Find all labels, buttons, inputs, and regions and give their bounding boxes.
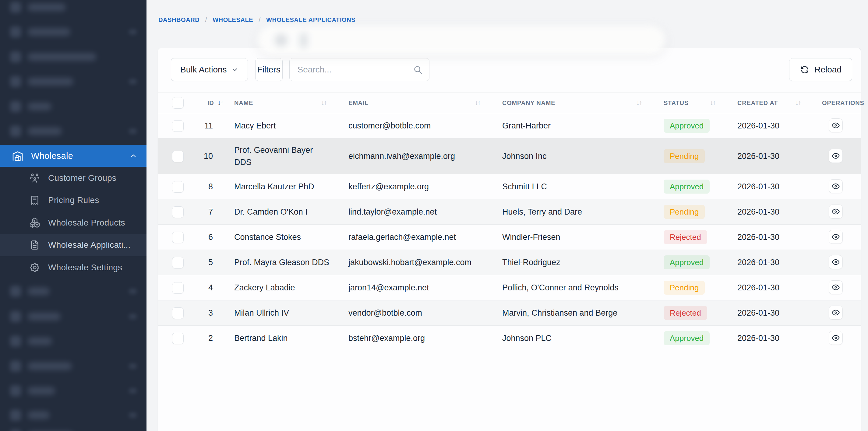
sidebar-item-wholesale-products[interactable]: Wholesale Products	[0, 211, 147, 234]
view-button[interactable]	[829, 179, 843, 193]
sort-icons: ↓↑	[795, 99, 801, 107]
sidebar-item-redacted[interactable]	[0, 425, 147, 431]
global-search-ghost-blur	[257, 26, 665, 55]
applications-table: ID↓↑ NAME↓↑ EMAIL↓↑ COMPANY NAME↓↑ STATU…	[158, 93, 861, 351]
breadcrumb-wholesale[interactable]: WHOLESALE	[213, 16, 253, 24]
status-badge: Approved	[664, 331, 710, 345]
sidebar-item-wholesale-settings[interactable]: Wholesale Settings	[0, 256, 147, 279]
blurred-label	[28, 337, 52, 345]
cell-id: 7	[195, 199, 221, 225]
table-row: 3 Milan Ullrich IV vendor@botble.com Mar…	[158, 300, 861, 326]
bulk-actions-button[interactable]: Bulk Actions	[171, 58, 248, 81]
blurred-label	[28, 53, 96, 61]
sidebar-item-redacted[interactable]	[0, 96, 147, 117]
row-checkbox[interactable]	[172, 151, 184, 162]
row-checkbox[interactable]	[172, 181, 184, 193]
chevron-right-icon	[129, 79, 137, 84]
breadcrumb-dashboard[interactable]: DASHBOARD	[158, 16, 199, 24]
column-header-created-at[interactable]: CREATED AT↓↑	[724, 93, 810, 113]
view-button[interactable]	[829, 149, 843, 163]
eye-icon	[832, 283, 840, 292]
view-button[interactable]	[829, 331, 843, 345]
sidebar-item-label: Wholesale Settings	[48, 263, 122, 272]
table-row: 2 Bertrand Lakin bstehr@example.org John…	[158, 326, 861, 351]
row-checkbox[interactable]	[172, 307, 184, 319]
sidebar-item-label: Wholesale Applicati...	[48, 240, 131, 250]
blurred-label	[28, 312, 61, 321]
sidebar-item-redacted[interactable]	[0, 380, 147, 401]
column-header-name[interactable]: NAME↓↑	[221, 93, 336, 113]
select-all-checkbox[interactable]	[172, 97, 184, 109]
row-checkbox[interactable]	[172, 333, 184, 344]
view-button[interactable]	[829, 204, 843, 219]
sidebar-item-wholesale-applications[interactable]: Wholesale Applicati...	[0, 234, 147, 257]
sidebar-item-redacted[interactable]	[0, 306, 147, 327]
status-badge: Pending	[664, 205, 705, 219]
reload-button[interactable]: Reload	[789, 58, 852, 81]
sidebar-item-label: Wholesale	[31, 151, 73, 161]
view-button[interactable]	[829, 230, 843, 244]
cell-company: Johnson PLC	[490, 326, 651, 351]
row-checkbox[interactable]	[172, 120, 184, 132]
chevron-right-icon	[129, 30, 137, 34]
blurred-icon	[10, 101, 21, 112]
column-header-company[interactable]: COMPANY NAME↓↑	[490, 93, 651, 113]
sidebar-item-label: Pricing Rules	[48, 195, 99, 205]
view-button[interactable]	[829, 119, 843, 132]
sidebar-item-redacted[interactable]	[0, 0, 147, 18]
status-badge: Approved	[664, 179, 710, 194]
sidebar-item-redacted[interactable]	[0, 21, 147, 43]
cell-name: Bertrand Lakin	[221, 326, 336, 351]
sidebar-item-wholesale[interactable]: Wholesale	[0, 145, 147, 167]
row-checkbox[interactable]	[172, 232, 184, 243]
bulk-actions-label: Bulk Actions	[180, 65, 227, 74]
blurred-icon	[10, 410, 21, 421]
eye-icon	[832, 152, 840, 160]
filters-button[interactable]: Filters	[255, 58, 283, 81]
cell-email: lind.taylor@example.net	[336, 199, 490, 225]
status-badge: Approved	[664, 119, 710, 133]
column-header-id[interactable]: ID↓↑	[195, 93, 221, 113]
row-checkbox[interactable]	[172, 257, 184, 268]
cell-email: rafaela.gerlach@example.net	[336, 225, 490, 250]
cell-id: 5	[195, 250, 221, 275]
sidebar-item-pricing-rules[interactable]: Pricing Rules	[0, 189, 147, 212]
blurred-label	[28, 3, 66, 11]
blurred-icon	[10, 76, 21, 87]
row-checkbox[interactable]	[172, 206, 184, 218]
column-header-email[interactable]: EMAIL↓↑	[336, 93, 490, 113]
view-button[interactable]	[829, 255, 843, 269]
blurred-blob	[299, 33, 308, 48]
cell-email: eichmann.ivah@example.org	[336, 138, 490, 174]
sidebar-item-redacted[interactable]	[0, 46, 147, 68]
view-button[interactable]	[829, 306, 843, 320]
table-row: 10 Prof. Geovanni Bayer DDS eichmann.iva…	[158, 138, 861, 174]
sidebar-item-redacted[interactable]	[0, 280, 147, 302]
sidebar-item-customer-groups[interactable]: Customer Groups	[0, 167, 147, 189]
cell-created-at: 2026-01-30	[724, 326, 810, 351]
sidebar-item-redacted[interactable]	[0, 121, 147, 142]
blurred-label	[28, 78, 73, 86]
blurred-icon	[10, 126, 21, 137]
column-header-status[interactable]: STATUS↓↑	[651, 93, 724, 113]
packages-icon	[29, 217, 40, 228]
refresh-icon	[800, 65, 809, 74]
table-row: 6 Constance Stokes rafaela.gerlach@examp…	[158, 225, 861, 250]
cell-name: Prof. Mayra Gleason DDS	[221, 250, 336, 275]
sidebar-item-redacted[interactable]	[0, 356, 147, 377]
sidebar-item-redacted[interactable]	[0, 331, 147, 352]
chevron-right-icon	[129, 314, 137, 319]
cell-id: 4	[195, 275, 221, 300]
breadcrumb-current: WHOLESALE APPLICATIONS	[266, 16, 355, 24]
search-input[interactable]	[289, 58, 429, 81]
search-icon	[413, 65, 423, 74]
view-button[interactable]	[829, 280, 843, 294]
status-badge: Pending	[664, 280, 705, 295]
row-checkbox[interactable]	[172, 282, 184, 294]
cell-email: customer@botble.com	[336, 113, 490, 138]
table-row: 4 Zackery Labadie jaron14@example.net Po…	[158, 275, 861, 300]
blurred-icon	[10, 311, 21, 322]
sidebar-item-redacted[interactable]	[0, 404, 147, 426]
status-badge: Rejected	[664, 230, 707, 244]
sidebar-item-redacted[interactable]	[0, 71, 147, 92]
